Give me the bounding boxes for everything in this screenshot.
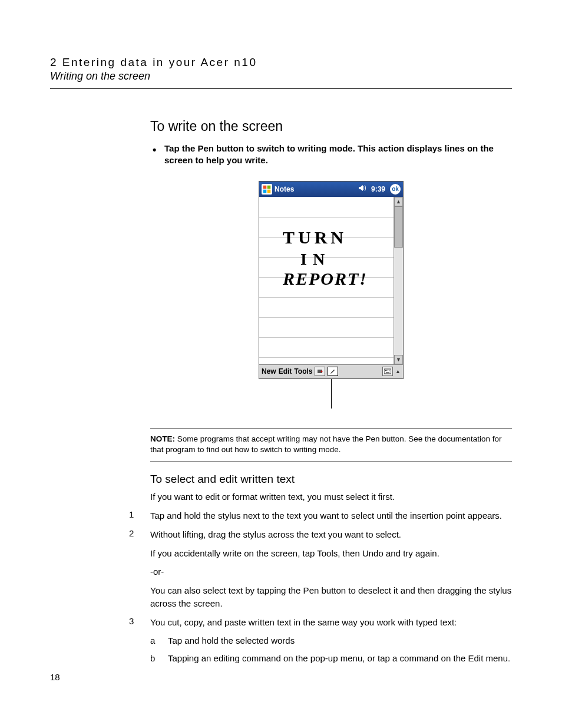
step-text: Tap and hold the stylus next to the text… <box>150 509 512 522</box>
svg-rect-9 <box>388 370 388 371</box>
svg-rect-1 <box>267 185 271 189</box>
svg-point-5 <box>321 371 323 373</box>
svg-rect-3 <box>267 189 271 193</box>
menu-tools: Tools <box>294 367 312 375</box>
device-bottombar: New Edit Tools ▲ <box>259 364 403 378</box>
steps-list: 1 Tap and hold the stylus next to the te… <box>150 509 512 665</box>
sip-up-icon: ▲ <box>395 368 401 374</box>
substep-label: b <box>150 652 168 665</box>
svg-rect-7 <box>385 370 386 371</box>
note-label: NOTE: <box>150 434 175 443</box>
scroll-up-icon: ▲ <box>394 197 403 206</box>
handwriting-line-1: TURN <box>283 228 347 248</box>
scroll-thumb <box>394 206 403 248</box>
writing-canvas: TURN IN REPORT! <box>259 197 394 364</box>
heading-to-select: To select and edit written text <box>150 473 512 486</box>
handwriting-line-2: IN <box>300 250 330 269</box>
svg-rect-8 <box>386 370 387 371</box>
substep-b: b Tapping an editing command on the pop-… <box>150 652 512 665</box>
substeps-list: a Tap and hold the selected words b Tapp… <box>150 634 512 665</box>
menu-edit: Edit <box>279 367 292 375</box>
step-text: Without lifting, drag the stylus across … <box>150 528 512 541</box>
page-number: 18 <box>50 672 60 682</box>
start-icon <box>262 184 272 195</box>
substep-text: Tap and hold the selected words <box>168 634 512 647</box>
step-3: 3 You cut, copy, and paste written text … <box>150 616 512 665</box>
keyboard-icon <box>382 367 393 376</box>
ok-button: ok <box>390 184 401 195</box>
bullet-list: Tap the Pen button to switch to writing … <box>150 143 512 167</box>
step-2: 2 Without lifting, drag the stylus acros… <box>150 528 512 610</box>
substep-text: Tapping an editing command on the pop-up… <box>168 652 512 665</box>
note-text: Some programs that accept writing may no… <box>150 434 502 454</box>
substep-label: a <box>150 634 168 647</box>
select-intro: If you want to edit or format written te… <box>150 490 512 503</box>
step-number: 2 <box>129 528 150 610</box>
svg-rect-11 <box>386 372 389 373</box>
pen-icon <box>328 367 338 376</box>
step-1: 1 Tap and hold the stylus next to the te… <box>150 509 512 522</box>
step-number: 3 <box>129 616 150 665</box>
handwriting-line-3: REPORT! <box>283 269 368 289</box>
scrollbar: ▲ ▼ <box>394 197 403 364</box>
app-title: Notes <box>275 185 356 193</box>
svg-rect-0 <box>263 185 267 189</box>
volume-icon <box>358 184 366 194</box>
page-header: 2 Entering data in your Acer n10 Writing… <box>50 56 512 89</box>
svg-rect-6 <box>384 369 391 374</box>
device-screenshot: Notes 9:39 ok <box>259 181 404 409</box>
section-title: Writing on the screen <box>50 70 512 83</box>
svg-rect-2 <box>263 189 267 193</box>
device-titlebar: Notes 9:39 ok <box>259 182 403 197</box>
step-number: 1 <box>129 509 150 522</box>
note-box: NOTE: Some programs that accept writing … <box>150 429 512 463</box>
step-text: If you accidentally write on the screen,… <box>150 547 512 560</box>
clock-time: 9:39 <box>371 185 385 193</box>
substep-a: a Tap and hold the selected words <box>150 634 512 647</box>
record-icon <box>315 367 325 376</box>
bullet-item: Tap the Pen button to switch to writing … <box>150 143 512 167</box>
chapter-title: 2 Entering data in your Acer n10 <box>50 56 512 69</box>
scroll-down-icon: ▼ <box>394 355 403 364</box>
heading-to-write: To write on the screen <box>150 118 512 134</box>
step-text: You can also select text by tapping the … <box>150 584 512 610</box>
menu-new: New <box>262 367 276 375</box>
svg-rect-10 <box>389 370 389 371</box>
step-text: -or- <box>150 565 512 578</box>
step-text: You cut, copy, and paste written text in… <box>150 616 512 629</box>
callout-line <box>331 379 332 409</box>
header-rule <box>50 88 512 89</box>
